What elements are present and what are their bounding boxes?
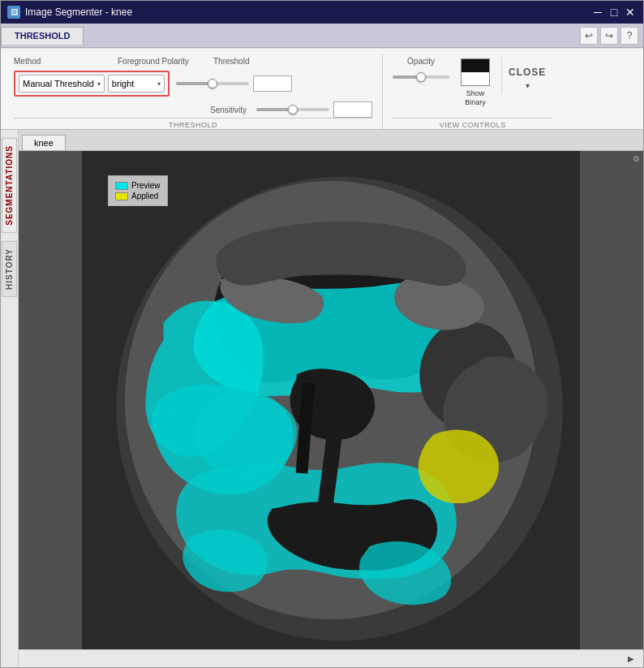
method-value: Manual Threshold bbox=[23, 79, 94, 88]
threshold-section-label: THRESHOLD bbox=[14, 118, 372, 129]
legend-applied: Applied bbox=[115, 192, 161, 200]
sensitivity-slider[interactable] bbox=[256, 108, 329, 111]
legend-preview: Preview bbox=[115, 181, 161, 190]
foreground-value: bright bbox=[112, 79, 154, 88]
sidebar-tab-history[interactable]: HISTORY bbox=[2, 241, 17, 297]
threshold-value-input[interactable]: 0.5 bbox=[253, 75, 292, 92]
threshold-text-label: Threshold bbox=[213, 57, 249, 66]
image-legend: Preview Applied bbox=[108, 175, 168, 206]
threshold-slider[interactable] bbox=[176, 82, 249, 85]
close-label: CLOSE bbox=[509, 67, 546, 78]
ribbon-toolbar: Method Foreground Polarity Threshold Man… bbox=[1, 48, 643, 130]
threshold-slider-container: 0.5 bbox=[176, 75, 292, 92]
preview-color bbox=[115, 182, 128, 190]
corner-settings-icon[interactable]: ⚙ bbox=[633, 154, 640, 163]
content-panel: knee ⚙ bbox=[19, 130, 643, 667]
redo-button[interactable]: ↪ bbox=[600, 27, 618, 45]
sidebar-tab-segmentations[interactable]: SEGMENTATIONS bbox=[2, 138, 17, 233]
preview-label: Preview bbox=[131, 181, 161, 190]
foreground-dropdown[interactable]: bright ▾ bbox=[108, 75, 165, 93]
show-binary-button[interactable]: ShowBinary bbox=[456, 57, 495, 109]
view-controls-section-label: VIEW CONTROLS bbox=[393, 118, 552, 129]
content-tabs: knee bbox=[19, 130, 643, 151]
app-window: 🖼 Image Segmenter - knee ─ □ ✕ THRESHOLD… bbox=[0, 0, 644, 668]
method-foreground-group: Manual Threshold ▾ bright ▾ bbox=[14, 71, 170, 97]
opacity-control: Opacity bbox=[393, 57, 449, 79]
sensitivity-slider-container: 50 bbox=[256, 101, 372, 118]
help-button[interactable]: ? bbox=[620, 27, 638, 45]
opacity-slider[interactable] bbox=[393, 75, 449, 79]
foreground-dropdown-arrow: ▾ bbox=[157, 80, 161, 88]
close-chevron-icon: ▾ bbox=[526, 81, 530, 90]
bottom-expand-icon[interactable]: ▶ bbox=[625, 653, 637, 665]
binary-icon bbox=[461, 58, 490, 86]
bottom-bar: ▶ bbox=[19, 649, 643, 667]
window-title: Image Segmenter - knee bbox=[25, 6, 586, 18]
applied-color bbox=[115, 192, 128, 200]
main-content: SEGMENTATIONS HISTORY knee ⚙ bbox=[1, 130, 643, 667]
method-dropdown-arrow: ▾ bbox=[97, 80, 101, 88]
minimize-button[interactable]: ─ bbox=[591, 6, 604, 19]
left-sidebar: SEGMENTATIONS HISTORY bbox=[1, 130, 19, 667]
maximize-button[interactable]: □ bbox=[608, 6, 620, 19]
sensitivity-value-input[interactable]: 50 bbox=[333, 101, 372, 118]
show-binary-label: ShowBinary bbox=[465, 89, 486, 107]
view-controls-section: Opacity ShowBinary CLOSE bbox=[383, 54, 559, 129]
mri-image bbox=[19, 151, 643, 649]
image-area: ⚙ bbox=[19, 151, 643, 649]
applied-label: Applied bbox=[131, 192, 158, 200]
knee-tab[interactable]: knee bbox=[22, 135, 66, 150]
tab-threshold[interactable]: THRESHOLD bbox=[1, 27, 84, 45]
method-label: Method bbox=[14, 57, 111, 66]
undo-button[interactable]: ↩ bbox=[580, 27, 598, 45]
method-dropdown[interactable]: Manual Threshold ▾ bbox=[19, 75, 105, 93]
opacity-label: Opacity bbox=[407, 57, 435, 66]
threshold-section: Method Foreground Polarity Threshold Man… bbox=[7, 54, 383, 129]
title-bar: 🖼 Image Segmenter - knee ─ □ ✕ bbox=[1, 1, 643, 24]
app-icon: 🖼 bbox=[7, 6, 20, 19]
close-button[interactable]: CLOSE ▾ bbox=[501, 57, 552, 93]
window-controls: ─ □ ✕ bbox=[591, 6, 637, 19]
close-window-button[interactable]: ✕ bbox=[624, 6, 637, 19]
foreground-label: Foreground Polarity bbox=[118, 57, 207, 66]
sensitivity-label: Sensitivity bbox=[210, 106, 247, 114]
